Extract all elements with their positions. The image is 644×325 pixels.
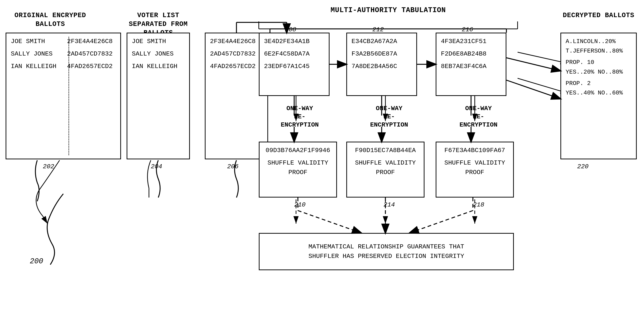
label-original-ballots: ORIGINAL ENCRYPED BALLOTS (6, 11, 95, 29)
svg-line-2 (43, 216, 48, 224)
separated-code-2: 2AD457CD7832 (210, 49, 263, 59)
box-shuffle-218: F67E3A4BC109FA67 SHUFFLE VALIDITY PROOF (436, 142, 514, 198)
auth216-code-1: 4F3EA231CF51 (441, 37, 501, 46)
auth216-code-3: 8EB7AE3F4C6A (441, 62, 501, 71)
auth212-code-3: 7A8DE2B4A56C (352, 62, 412, 71)
box-ballots-separated: 2F3E4A4E26C8 2AD457CD7832 4FAD2657ECD2 (205, 33, 268, 159)
decrypted-line-6: YES..40% NO..60% (566, 88, 632, 98)
separated-code-1: 2F3E4A4E26C8 (210, 37, 263, 46)
decrypted-line-5: PROP. 2 (566, 79, 632, 88)
number-218: 218 (473, 201, 484, 208)
label-one-way-2: ONE-WAYRE-ENCRYPTION (365, 104, 413, 129)
box-auth-216: 4F3EA231CF51 F2D6E8AB24B8 8EB7AE3F4C6A (436, 33, 506, 96)
shuffle214-code: F90D15EC7A8B44EA (352, 146, 419, 155)
svg-line-34 (410, 211, 473, 233)
auth212-code-1: E34CB2A67A2A (352, 37, 412, 46)
auth208-code-2: 6E2F4C58DA7A (264, 49, 324, 59)
math-line-1: MATHEMATICAL RELATIONSHIP GUARANTEES THA… (308, 242, 464, 252)
auth212-code-2: F3A2B56DE87A (352, 49, 412, 59)
diagram: ORIGINAL ENCRYPED BALLOTS JOE SMITH SALL… (0, 0, 644, 325)
auth216-code-2: F2D6E8AB24B8 (441, 49, 501, 59)
number-208: 208 (285, 26, 296, 33)
voter-name-1: JOE SMITH (132, 37, 185, 46)
shuffle214-label: SHUFFLE VALIDITY PROOF (352, 158, 419, 177)
original-name-2: SALLY JONES (11, 49, 60, 59)
number-204: 204 (151, 163, 162, 170)
original-name-1: JOE SMITH (11, 37, 60, 46)
svg-line-29 (506, 80, 560, 99)
label-one-way-1: ONE-WAYRE-ENCRYPTION (276, 104, 324, 129)
label-multi-authority: MULTI-AUTHORITY TABULATION (259, 6, 518, 15)
shuffle218-code: F67E3A4BC109FA67 (441, 146, 509, 155)
original-name-3: IAN KELLEIGH (11, 62, 60, 71)
number-206: 206 (227, 163, 238, 170)
box-original-ballots: JOE SMITH SALLY JONES IAN KELLEIGH 2F3E4… (6, 33, 121, 159)
diagram-number-200: 200 (30, 257, 43, 265)
number-212: 212 (372, 26, 384, 33)
number-210: 210 (294, 201, 306, 208)
auth208-code-1: 3E4D2FE34A1B (264, 37, 324, 46)
box-shuffle-214: F90D15EC7A8B44EA SHUFFLE VALIDITY PROOF (346, 142, 424, 198)
decrypted-line-4: YES..20% NO..80% (566, 67, 632, 77)
number-202: 202 (43, 163, 54, 170)
voter-name-2: SALLY JONES (132, 49, 185, 59)
shuffle218-label: SHUFFLE VALIDITY PROOF (441, 158, 509, 177)
shuffle210-label: SHUFFLE VALIDITY PROOF (264, 158, 332, 177)
box-math-guarantee: MATHEMATICAL RELATIONSHIP GUARANTEES THA… (259, 233, 514, 270)
original-code-3: 4FAD2657ECD2 (67, 62, 116, 71)
decrypted-line-3: PROP. 10 (566, 58, 632, 67)
original-code-1: 2F3E4A4E26C8 (67, 37, 116, 46)
label-one-way-3: ONE-WAYRE-ENCRYPTION (454, 104, 503, 129)
original-code-2: 2AD457CD7832 (67, 49, 116, 59)
shuffle210-code: 09D3B76AA2F1F9946 (264, 146, 332, 155)
label-decrypted-ballots: DECRYPTED BALLOTS (560, 11, 637, 20)
separated-code-3: 4FAD2657ECD2 (210, 62, 263, 71)
svg-line-28 (506, 58, 560, 71)
box-auth-212: E34CB2A67A2A F3A2B56DE87A 7A8DE2B4A56C (346, 33, 417, 96)
number-216: 216 (462, 26, 473, 33)
box-voter-list: JOE SMITH SALLY JONES IAN KELLEIGH (126, 33, 190, 159)
math-line-2: SHUFFLER HAS PRESERVED ELECTION INTEGRIT… (308, 252, 464, 261)
box-auth-208: 3E4D2FE34A1B 6E2F4C58DA7A 23EDF67A1C45 (259, 33, 330, 96)
decrypted-line-2: T.JEFFERSON..80% (566, 46, 632, 56)
number-220: 220 (577, 163, 588, 170)
svg-line-31 (298, 211, 361, 233)
decrypted-line-1: A.LINCOLN..20% (566, 37, 632, 46)
voter-name-3: IAN KELLEIGH (132, 62, 185, 71)
number-214: 214 (384, 201, 395, 208)
box-decrypted: A.LINCOLN..20% T.JEFFERSON..80% PROP. 10… (560, 33, 637, 159)
box-shuffle-210: 09D3B76AA2F1F9946 SHUFFLE VALIDITY PROOF (259, 142, 337, 198)
auth208-code-3: 23EDF67A1C45 (264, 62, 324, 71)
